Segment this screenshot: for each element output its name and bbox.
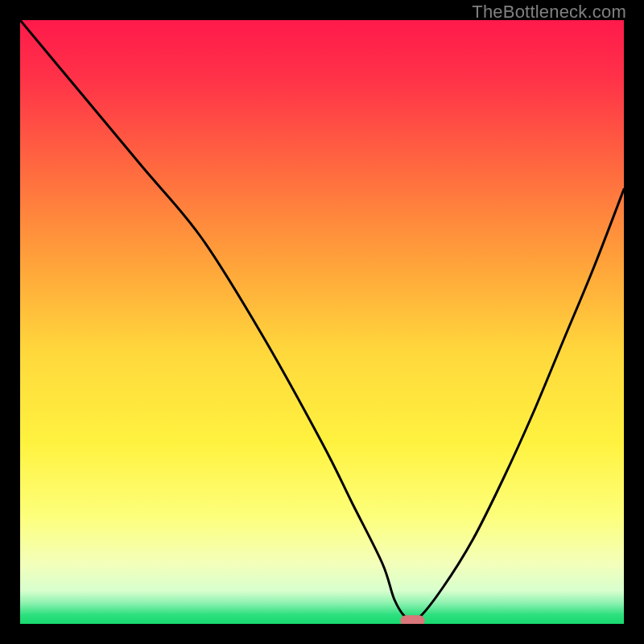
plot-area — [20, 20, 624, 624]
optimal-marker — [401, 615, 425, 624]
bottleneck-curve — [20, 20, 624, 621]
chart-frame: TheBottleneck.com — [0, 0, 644, 644]
curve-layer — [20, 20, 624, 624]
